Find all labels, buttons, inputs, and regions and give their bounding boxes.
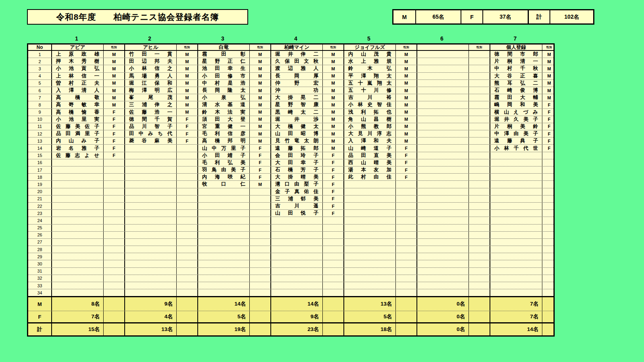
member-name-cell <box>417 159 469 166</box>
member-name-cell: 水上雅規 <box>344 58 396 65</box>
member-name-char: 川 <box>374 87 379 94</box>
member-name-cell: 三浦伸之 <box>125 101 177 108</box>
row-number-cell: 21 <box>28 196 52 202</box>
member-name-cell <box>417 94 469 101</box>
member-name-char: 佳 <box>387 101 392 108</box>
member-gender-cell: F <box>323 181 344 188</box>
member-gender-cell <box>542 268 556 275</box>
member-name-char: 博 <box>313 130 318 137</box>
member-name-char: 利 <box>215 159 220 166</box>
member-name-char: 井 <box>288 51 293 58</box>
member-gender-cell <box>104 217 125 224</box>
member-name-cell <box>125 181 177 188</box>
member-name-cell: 小田靖子 <box>198 152 250 159</box>
column-number: 4 <box>270 33 322 43</box>
member-name-char: 昭 <box>301 130 306 137</box>
member-name-char: 梅 <box>129 87 134 94</box>
page-title: 令和8年度 柏崎テニス協会登録者名簿 <box>27 9 248 25</box>
member-gender-cell: M <box>250 58 271 65</box>
member-gender-cell <box>469 109 490 116</box>
member-name-char: 川 <box>142 123 147 130</box>
member-name-cell <box>125 152 177 159</box>
member-name-char: 山 <box>348 145 353 152</box>
member-name-char: 由 <box>294 181 299 188</box>
member-name-char: 和 <box>520 101 525 108</box>
member-name-char: 西 <box>348 159 353 166</box>
member-name-char: 美 <box>313 174 318 180</box>
member-gender-cell <box>469 188 490 195</box>
member-name-char: 品 <box>129 123 134 130</box>
member-name-cell <box>344 225 396 231</box>
member-name-cell <box>417 137 469 144</box>
member-name-char: 愉 <box>81 109 87 116</box>
member-name-cell: 鈴木法実 <box>198 109 250 116</box>
member-gender-cell <box>250 260 271 267</box>
member-name-cell <box>52 282 104 289</box>
row-number-cell: 18 <box>28 174 52 180</box>
row-number-cell: 14 <box>28 145 52 151</box>
member-name-char: 夫 <box>94 80 99 87</box>
member-name-char: 子 <box>240 152 245 159</box>
member-gender-cell <box>396 260 417 267</box>
table-row: 32 <box>28 275 553 282</box>
member-name-char: 子 <box>285 188 290 195</box>
member-gender-cell <box>396 217 417 224</box>
member-name-cell <box>52 188 104 195</box>
member-name-cell: 石崎俊博 <box>490 87 542 94</box>
member-name-cell: 品田直美 <box>344 152 396 159</box>
row-number-cell: 17 <box>28 166 52 173</box>
member-gender-cell: M <box>542 73 556 79</box>
member-name-cell <box>490 203 542 209</box>
member-name-char: 熊 <box>494 80 499 87</box>
member-name-char: 朗 <box>314 137 319 144</box>
member-name-char: 子 <box>94 137 99 144</box>
member-gender-cell <box>250 203 271 209</box>
member-name-char: 石 <box>275 166 280 173</box>
member-gender-cell <box>177 210 198 217</box>
member-name-char: 長 <box>202 87 207 94</box>
member-gender-cell <box>542 203 556 209</box>
member-name-char: 田 <box>215 65 220 72</box>
member-name-char: 由 <box>514 130 519 137</box>
member-gender-cell <box>469 282 490 289</box>
member-gender-cell <box>396 282 417 289</box>
member-name-cell: 徳間千賀 <box>125 116 177 123</box>
member-name-char: 也 <box>386 109 391 116</box>
member-name-char: 雅 <box>301 65 306 72</box>
member-gender-cell: M <box>323 94 344 101</box>
member-name-cell: 吉川裕 <box>344 94 396 101</box>
summary-m-row: M8名9名14名14名13名0名7名 <box>28 297 553 311</box>
member-gender-cell: F <box>323 188 344 195</box>
member-name-char: 太 <box>304 137 309 144</box>
member-name-char: 秋 <box>533 65 538 72</box>
member-name-char: 太 <box>387 80 392 87</box>
member-name-char: 俊 <box>520 87 525 94</box>
table-row: 9高橋愉香F佐藤浩一M鈴木法実M黒崎太二M浅利拓也M横山えづみF <box>28 109 553 116</box>
member-name-char: 郎 <box>386 123 391 130</box>
member-name-cell <box>52 289 104 296</box>
member-name-char: 玲 <box>301 152 306 159</box>
member-name-cell <box>490 275 542 282</box>
member-gender-cell: M <box>396 58 417 65</box>
member-name-char: 美 <box>386 152 391 159</box>
member-name-char: 健 <box>228 123 233 130</box>
member-name-cell <box>271 217 323 224</box>
member-name-char: 山 <box>361 159 366 166</box>
member-gender-cell <box>542 225 556 231</box>
member-gender-cell <box>542 217 556 224</box>
member-name-char: 見 <box>358 130 363 137</box>
column-number: 1 <box>51 33 102 43</box>
summary-value-cell: 13名 <box>344 297 396 311</box>
member-name-char: 人 <box>167 73 172 79</box>
member-name-char: 溝 <box>275 181 280 188</box>
member-gender-cell: F <box>323 174 344 180</box>
member-name-char: 浩 <box>240 80 245 87</box>
member-name-char: 高 <box>56 101 61 108</box>
member-name-cell <box>490 260 542 267</box>
row-number-cell: 19 <box>28 181 52 188</box>
member-name-char: 三 <box>129 101 134 108</box>
member-name-char: 堀 <box>275 51 280 58</box>
row-number-cell: 31 <box>28 268 52 275</box>
member-gender-cell <box>104 188 125 195</box>
member-gender-cell <box>177 166 198 173</box>
